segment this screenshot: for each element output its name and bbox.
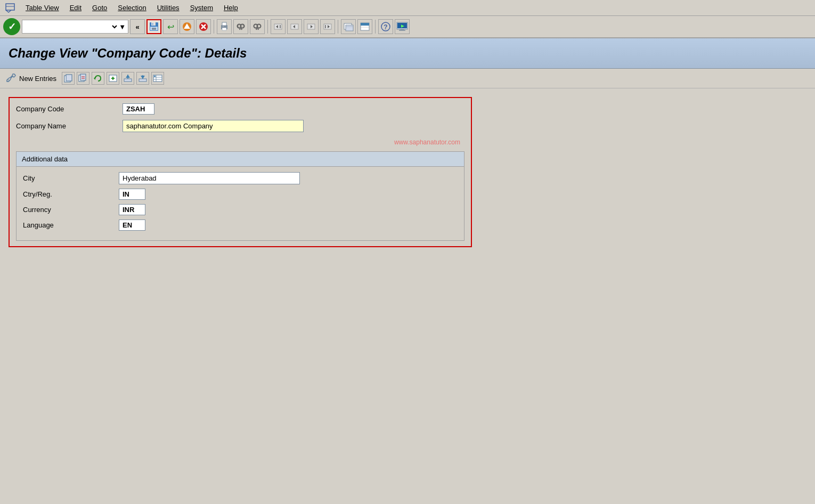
help-button[interactable]: ? (378, 19, 393, 34)
menu-goto[interactable]: Goto (88, 2, 111, 14)
ctry-reg-value: IN (119, 189, 145, 200)
separator-4 (375, 20, 376, 34)
print-icon (219, 21, 230, 32)
command-field[interactable]: ▼ (22, 20, 128, 34)
company-code-label: Company Code (16, 105, 123, 113)
undo-entry-button[interactable] (92, 72, 104, 85)
find-next-button[interactable] (250, 19, 265, 34)
copy-icon (63, 74, 73, 83)
last-page-icon (322, 21, 333, 32)
print-button[interactable] (217, 19, 232, 34)
dropdown-arrow: ▼ (119, 23, 126, 31)
import-icon (123, 74, 133, 83)
watermark: www.saphanatutor.com (16, 137, 464, 147)
svg-rect-61 (124, 79, 132, 82)
check-button[interactable]: ✓ (3, 18, 20, 35)
undo-icon: ↩ (167, 22, 174, 32)
currency-value: INR (119, 204, 145, 215)
copy-rows-icon (78, 74, 88, 83)
svg-rect-71 (154, 76, 156, 77)
company-name-input[interactable] (123, 120, 304, 132)
new-entries-label: New Entries (19, 75, 56, 83)
undo-button[interactable]: ↩ (163, 19, 178, 34)
layout-icon (360, 21, 370, 32)
svg-rect-4 (152, 23, 153, 25)
additional-data-body: City Ctry/Reg. IN Currency INR (17, 167, 464, 240)
toolbar: ✓ ▼ « ↩ (0, 16, 815, 38)
monitor-icon: ▶ (396, 21, 408, 32)
menu-help[interactable]: Help (219, 2, 242, 14)
export-icon (138, 74, 148, 83)
save-icon (149, 21, 159, 32)
last-page-button[interactable] (320, 19, 335, 34)
language-row: Language EN (23, 220, 458, 231)
svg-rect-54 (80, 74, 86, 80)
svg-rect-13 (222, 22, 226, 26)
svg-rect-41 (361, 23, 369, 26)
additional-data-header: Additional data (17, 152, 464, 167)
cancel-button[interactable] (196, 19, 211, 34)
next-page-button[interactable] (304, 19, 319, 34)
configure-icon (5, 72, 17, 84)
svg-rect-21 (237, 25, 239, 27)
svg-rect-38 (346, 25, 353, 31)
svg-rect-15 (223, 26, 224, 27)
svg-rect-6 (152, 28, 156, 30)
find-next-icon (252, 21, 263, 32)
city-label: City (23, 174, 119, 182)
new-window-button[interactable] (341, 19, 356, 34)
save-button[interactable] (146, 19, 161, 34)
first-page-button[interactable] (271, 19, 286, 34)
cancel-icon (198, 21, 209, 32)
import-button[interactable] (121, 72, 134, 85)
svg-rect-22 (242, 25, 244, 27)
svg-rect-0 (6, 4, 14, 10)
append-icon (108, 74, 118, 83)
currency-row: Currency INR (23, 204, 458, 215)
export-button[interactable] (136, 72, 149, 85)
copy-rows-button[interactable] (77, 72, 89, 85)
svg-marker-57 (94, 77, 95, 80)
menu-system[interactable]: System (186, 2, 217, 14)
separator-1 (214, 20, 214, 34)
new-window-icon (343, 21, 354, 32)
menu-selection[interactable]: Selection (113, 2, 150, 14)
command-select[interactable] (25, 22, 119, 31)
find-icon (235, 21, 246, 32)
company-name-row: Company Name (16, 120, 464, 132)
page-content: Change View "Company Code": Details New … (0, 38, 815, 261)
copy-button[interactable] (62, 72, 75, 85)
monitor-button[interactable]: ▶ (395, 19, 410, 34)
next-page-icon (306, 21, 316, 32)
check-icon: ✓ (8, 21, 16, 32)
page-title: Change View "Company Code": Details (9, 46, 806, 61)
svg-rect-52 (66, 75, 72, 81)
currency-label: Currency (23, 206, 119, 214)
svg-line-25 (256, 28, 257, 30)
prev-page-icon (289, 21, 300, 32)
svg-line-19 (240, 28, 240, 30)
prev-page-button[interactable] (287, 19, 302, 34)
svg-text:?: ? (384, 23, 387, 31)
append-button[interactable] (107, 72, 119, 85)
navigate-up-button[interactable] (180, 19, 194, 34)
company-code-value: ZSAH (123, 103, 154, 115)
undo-entry-icon (93, 74, 103, 83)
city-input[interactable] (119, 172, 300, 184)
app-icon (4, 2, 16, 14)
select-all-button[interactable] (151, 72, 164, 85)
back-icon: « (135, 23, 139, 31)
page-header: Change View "Company Code": Details (0, 38, 815, 69)
language-label: Language (23, 221, 119, 229)
find-button[interactable] (233, 19, 248, 34)
svg-line-20 (241, 28, 242, 30)
menu-utilities[interactable]: Utilities (153, 2, 184, 14)
additional-data-section: Additional data City Ctry/Reg. IN Curre (16, 151, 464, 241)
layout-button[interactable] (357, 19, 372, 34)
menu-edit[interactable]: Edit (66, 2, 86, 14)
menu-table-view[interactable]: Table View (21, 2, 63, 14)
back-button[interactable]: « (130, 19, 145, 34)
form-area: Company Code ZSAH Company Name www.sapha… (0, 88, 815, 261)
svg-rect-64 (139, 79, 146, 82)
company-code-row: Company Code ZSAH (16, 103, 464, 115)
